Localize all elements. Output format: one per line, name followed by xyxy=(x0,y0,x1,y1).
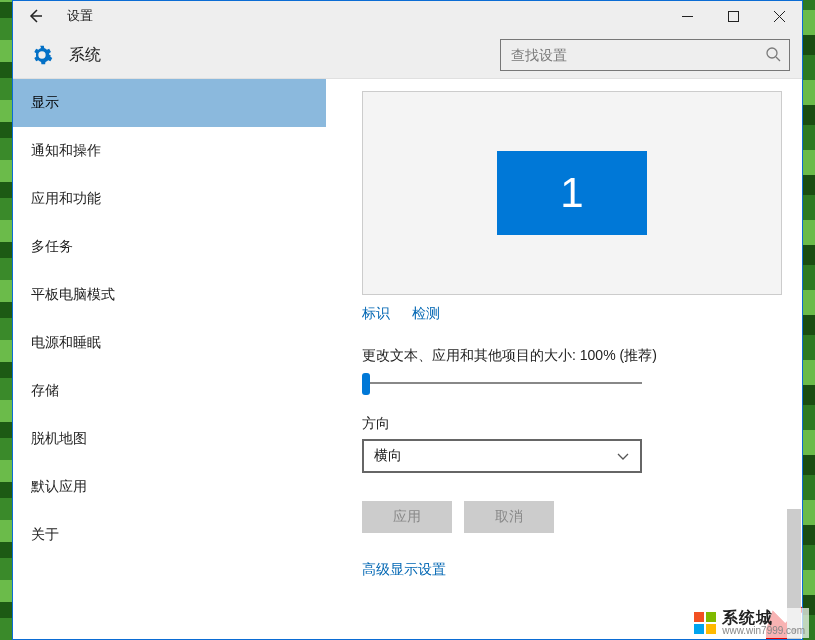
sidebar-item-label: 通知和操作 xyxy=(31,142,101,160)
display-arrangement-box[interactable]: 1 xyxy=(362,91,782,295)
apply-button[interactable]: 应用 xyxy=(362,501,452,533)
slider-thumb[interactable] xyxy=(362,373,370,395)
sidebar-item-offline-maps[interactable]: 脱机地图 xyxy=(13,415,326,463)
svg-rect-0 xyxy=(728,11,738,21)
watermark: 系统城 www.win7999.com xyxy=(690,608,809,638)
close-icon xyxy=(774,11,785,22)
desktop-background-right xyxy=(803,0,815,640)
watermark-logo-icon xyxy=(694,612,716,634)
sidebar-item-power[interactable]: 电源和睡眠 xyxy=(13,319,326,367)
sidebar-item-label: 显示 xyxy=(31,94,59,112)
cancel-button[interactable]: 取消 xyxy=(464,501,554,533)
maximize-button[interactable] xyxy=(710,1,756,31)
maximize-icon xyxy=(728,11,739,22)
window-title: 设置 xyxy=(57,7,93,25)
scale-slider[interactable] xyxy=(362,373,642,393)
content-pane: 1 标识 检测 更改文本、应用和其他项目的大小: 100% (推荐) 方向 横向… xyxy=(326,79,802,639)
monitor-number: 1 xyxy=(560,169,583,217)
sidebar-item-label: 默认应用 xyxy=(31,478,87,496)
svg-point-1 xyxy=(767,48,777,58)
watermark-line1: 系统城 xyxy=(722,610,805,626)
monitor-tile-1[interactable]: 1 xyxy=(497,151,647,235)
sidebar-item-display[interactable]: 显示 xyxy=(13,79,326,127)
watermark-line2: www.win7999.com xyxy=(722,626,805,636)
orientation-select[interactable]: 横向 xyxy=(362,439,642,473)
close-button[interactable] xyxy=(756,1,802,31)
desktop-background-left xyxy=(0,0,12,640)
minimize-icon xyxy=(682,11,693,22)
orientation-value: 横向 xyxy=(374,447,402,465)
search-box[interactable] xyxy=(500,39,790,71)
page-heading: 系统 xyxy=(69,45,101,66)
sidebar-item-multitasking[interactable]: 多任务 xyxy=(13,223,326,271)
titlebar: 设置 系统 xyxy=(13,1,802,79)
sidebar-item-label: 脱机地图 xyxy=(31,430,87,448)
sidebar-item-default-apps[interactable]: 默认应用 xyxy=(13,463,326,511)
identify-link[interactable]: 标识 xyxy=(362,305,390,323)
detect-link[interactable]: 检测 xyxy=(412,305,440,323)
sidebar-item-apps[interactable]: 应用和功能 xyxy=(13,175,326,223)
sidebar-item-label: 存储 xyxy=(31,382,59,400)
orientation-label: 方向 xyxy=(362,415,782,433)
minimize-button[interactable] xyxy=(664,1,710,31)
sidebar-item-storage[interactable]: 存储 xyxy=(13,367,326,415)
sidebar-item-tablet-mode[interactable]: 平板电脑模式 xyxy=(13,271,326,319)
sidebar-item-label: 多任务 xyxy=(31,238,73,256)
back-button[interactable] xyxy=(13,1,57,31)
sidebar-item-label: 应用和功能 xyxy=(31,190,101,208)
search-icon xyxy=(765,46,781,65)
sidebar-item-label: 平板电脑模式 xyxy=(31,286,115,304)
scale-label: 更改文本、应用和其他项目的大小: 100% (推荐) xyxy=(362,347,782,365)
sidebar-item-label: 电源和睡眠 xyxy=(31,334,101,352)
search-input[interactable] xyxy=(509,46,765,64)
slider-track xyxy=(362,382,642,384)
sidebar: 显示 通知和操作 应用和功能 多任务 平板电脑模式 电源和睡眠 存储 脱机地图 … xyxy=(13,79,326,639)
chevron-down-icon xyxy=(616,449,630,463)
sidebar-item-notifications[interactable]: 通知和操作 xyxy=(13,127,326,175)
sidebar-item-label: 关于 xyxy=(31,526,59,544)
settings-window: 设置 系统 xyxy=(12,0,803,640)
advanced-display-link[interactable]: 高级显示设置 xyxy=(362,561,782,579)
arrow-left-icon xyxy=(26,7,44,25)
sidebar-item-about[interactable]: 关于 xyxy=(13,511,326,559)
gear-icon xyxy=(31,44,53,66)
